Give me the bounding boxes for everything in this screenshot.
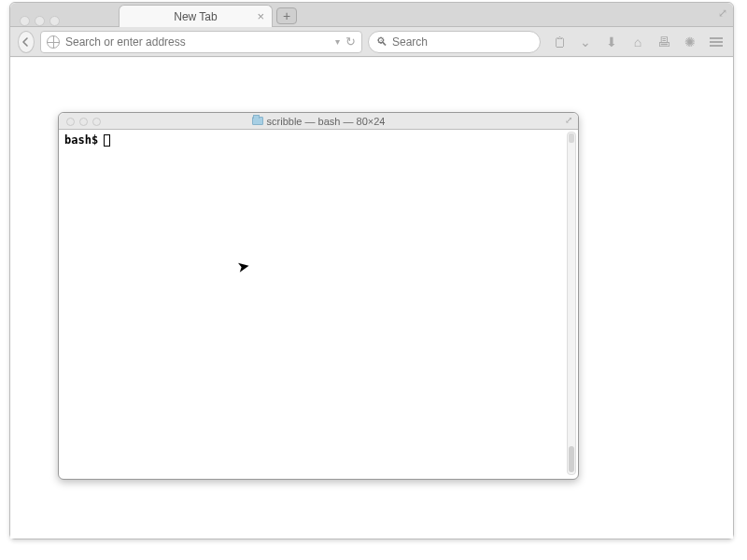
chevron-down-icon[interactable]: ▾ bbox=[335, 36, 340, 47]
search-bar[interactable]: 🔍︎ bbox=[368, 31, 541, 53]
hamburger-icon bbox=[710, 37, 723, 47]
tab-close-icon[interactable]: × bbox=[257, 9, 264, 23]
window-close-button[interactable] bbox=[20, 16, 30, 26]
tab-title: New Tab bbox=[174, 10, 217, 23]
fullscreen-icon[interactable]: ⤢ bbox=[718, 7, 727, 20]
menu-button[interactable] bbox=[709, 35, 724, 49]
pocket-icon[interactable]: ⌄ bbox=[578, 35, 593, 49]
folder-icon bbox=[252, 117, 263, 125]
browser-tabbar: New Tab × + ⤢ bbox=[10, 3, 733, 27]
new-tab-button[interactable]: + bbox=[276, 7, 297, 24]
terminal-window[interactable]: scribble — bash — 80×24 ⤢ bash$ bbox=[58, 112, 579, 480]
plus-icon: + bbox=[283, 9, 290, 22]
downloads-icon[interactable]: ⬇ bbox=[604, 35, 619, 49]
terminal-titlebar[interactable]: scribble — bash — 80×24 ⤢ bbox=[59, 113, 578, 130]
url-bar[interactable]: ▾ ↻ bbox=[40, 31, 362, 53]
scrollbar-up-indicator bbox=[569, 133, 574, 143]
window-zoom-button[interactable] bbox=[49, 16, 60, 26]
globe-icon bbox=[47, 35, 60, 49]
url-input[interactable] bbox=[65, 35, 330, 49]
search-icon: 🔍︎ bbox=[376, 35, 388, 49]
terminal-fullscreen-icon[interactable]: ⤢ bbox=[565, 115, 572, 125]
terminal-window-controls bbox=[59, 116, 106, 126]
window-controls bbox=[10, 9, 67, 26]
terminal-prompt: bash$ bbox=[64, 133, 98, 147]
print-icon[interactable]: 🖶︎ bbox=[656, 35, 671, 49]
home-icon[interactable]: ⌂ bbox=[630, 35, 645, 49]
terminal-title-text: scribble — bash — 80×24 bbox=[267, 116, 386, 127]
terminal-body[interactable]: bash$ bbox=[61, 132, 565, 475]
clipboard-icon[interactable]: 📋︎ bbox=[552, 35, 567, 49]
toolbar-icons: 📋︎ ⌄ ⬇ ⌂ 🖶︎ ✺ bbox=[552, 35, 726, 49]
reload-icon[interactable]: ↻ bbox=[345, 35, 356, 49]
terminal-close-button[interactable] bbox=[66, 118, 75, 126]
terminal-title: scribble — bash — 80×24 bbox=[59, 116, 578, 127]
search-input[interactable] bbox=[392, 35, 532, 49]
terminal-minimize-button[interactable] bbox=[79, 118, 88, 126]
window-minimize-button[interactable] bbox=[35, 16, 45, 26]
terminal-prompt-line: bash$ bbox=[64, 133, 561, 147]
back-button[interactable] bbox=[18, 31, 35, 53]
scrollbar-thumb[interactable] bbox=[569, 446, 574, 472]
terminal-cursor bbox=[104, 134, 110, 147]
arrow-left-icon bbox=[21, 36, 32, 48]
browser-tab[interactable]: New Tab × bbox=[119, 5, 273, 27]
url-right-controls: ▾ ↻ bbox=[335, 35, 356, 49]
addons-icon[interactable]: ✺ bbox=[683, 35, 698, 49]
terminal-zoom-button[interactable] bbox=[92, 118, 101, 126]
terminal-scrollbar[interactable] bbox=[567, 132, 576, 475]
browser-toolbar: ▾ ↻ 🔍︎ 📋︎ ⌄ ⬇ ⌂ 🖶︎ ✺ bbox=[10, 27, 733, 57]
